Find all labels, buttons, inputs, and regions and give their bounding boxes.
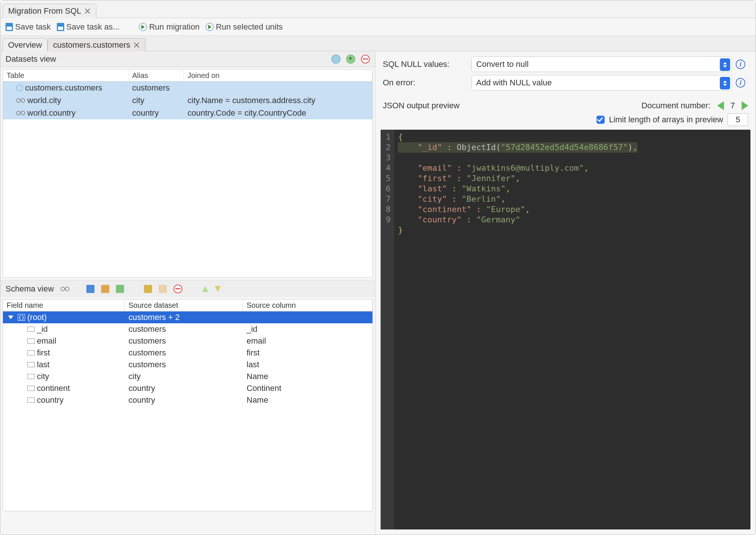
join-icon [16,111,25,115]
save-as-icon [57,23,64,31]
dataset-row[interactable]: world.country country country.Code = cit… [3,107,372,119]
inner-tab-strip: Overview customers.customers [0,36,756,51]
save-task-as-label: Save task as... [66,22,120,32]
field-icon [27,398,35,403]
duplicate-icon[interactable] [159,285,167,293]
move-down-icon[interactable] [215,286,221,292]
limit-checkbox[interactable] [597,116,605,124]
main-split: Datasets view Table Alias Joined on cust… [0,51,756,535]
run-selected-label: Run selected units [216,22,283,32]
field-icon [27,362,35,367]
col-alias[interactable]: Alias [128,70,184,81]
schema-row[interactable]: continent country Continent [3,382,372,394]
sql-null-select[interactable]: Convert to null [471,57,732,72]
play-icon [139,23,147,31]
datasets-header: Datasets view [0,51,375,67]
expand-icon[interactable] [8,316,13,319]
schema-row[interactable]: email customers email [3,335,372,347]
edit-icon[interactable] [144,285,152,293]
close-icon[interactable] [84,8,91,14]
json-preview-label: JSON output preview [383,101,460,110]
select-arrows-icon [720,77,730,89]
add-join-icon[interactable] [346,55,355,64]
schema-row-root[interactable]: {}(root) customers + 2 [3,311,372,323]
options-form: SQL NULL values: Convert to null i On er… [375,51,756,94]
on-error-label: On error: [383,78,468,88]
save-task-button[interactable]: Save task [6,22,51,32]
right-pane: SQL NULL values: Convert to null i On er… [375,51,756,535]
json-preview[interactable]: 123456789 { "_id" : ObjectId("57d28452ed… [381,130,750,529]
save-icon [6,23,13,31]
close-icon[interactable] [133,42,140,48]
schema-table-header: Field name Source dataset Source column [3,300,372,311]
schema-header: Schema view [0,280,375,297]
run-migration-label: Run migration [149,22,200,32]
select-arrows-icon [720,58,730,71]
on-error-select[interactable]: Add with NULL value [471,75,732,91]
editor-tab-migration[interactable]: Migration From SQL [3,4,96,18]
info-icon[interactable]: i [736,78,745,88]
add-dataset-icon[interactable] [331,55,340,64]
sql-null-label: SQL NULL values: [383,59,468,69]
col-table[interactable]: Table [3,70,128,81]
schema-row[interactable]: last customers last [3,359,372,371]
schema-row[interactable]: country country Name [3,394,372,406]
move-up-icon[interactable] [202,286,208,292]
next-doc-button[interactable] [742,101,748,110]
play-icon [206,23,214,31]
relationship-icon[interactable] [61,287,69,291]
datasets-title: Datasets view [6,54,56,64]
datasets-table-header: Table Alias Joined on [3,70,372,82]
dataset-row[interactable]: customers.customers customers [3,82,372,94]
col-source-dataset[interactable]: Source dataset [125,300,243,311]
field-icon [27,386,35,391]
delete-field-icon[interactable] [173,284,182,293]
doc-number-value: 7 [731,101,735,110]
tab-overview[interactable]: Overview [3,38,48,51]
left-pane: Datasets view Table Alias Joined on cust… [0,51,375,535]
col-source-column[interactable]: Source column [243,300,372,311]
save-task-label: Save task [15,22,51,32]
limit-input[interactable]: 5 [728,113,748,126]
limit-label: Limit length of arrays in preview [609,115,723,125]
col-field-name[interactable]: Field name [3,300,125,311]
remove-dataset-icon[interactable] [361,55,370,64]
run-migration-button[interactable]: Run migration [139,22,200,32]
line-gutter: 123456789 [381,130,394,529]
add-field-icon[interactable] [116,285,124,293]
sql-null-value: Convert to null [476,59,529,69]
doc-number-label: Document number: [642,101,711,110]
toolbar: Save task Save task as... Run migration … [0,18,756,36]
editor-tab-label: Migration From SQL [8,6,81,16]
editor-tab-strip: Migration From SQL [0,0,756,18]
prev-doc-button[interactable] [717,101,724,110]
limit-row: Limit length of arrays in preview 5 [375,113,756,130]
schema-row[interactable]: _id customers _id [3,323,372,335]
add-array-icon[interactable] [101,285,109,293]
schema-row[interactable]: first customers first [3,347,372,359]
on-error-value: Add with NULL value [476,78,552,88]
tab-overview-label: Overview [8,40,42,50]
json-code: { "_id" : ObjectId("57d28452ed5d4d54e868… [394,130,641,529]
save-task-as-button[interactable]: Save task as... [57,22,120,32]
add-object-icon[interactable] [86,285,94,293]
app-window: Migration From SQL Save task Save task a… [0,0,756,535]
object-icon: {} [18,314,25,321]
tab-customers-label: customers.customers [53,40,130,50]
doc-nav: Document number: 7 [642,101,748,110]
field-icon [27,350,35,355]
info-icon[interactable]: i [736,59,745,69]
schema-row[interactable]: city city Name [3,371,372,382]
join-icon [16,99,25,102]
field-icon [27,374,35,379]
preview-header: JSON output preview Document number: 7 [375,94,756,113]
tab-customers[interactable]: customers.customers [48,38,145,51]
schema-title: Schema view [6,284,54,294]
col-joined-on[interactable]: Joined on [184,70,372,81]
dataset-icon [16,85,23,91]
run-selected-button[interactable]: Run selected units [206,22,283,32]
datasets-table: Table Alias Joined on customers.customer… [3,69,373,278]
dataset-row[interactable]: world.city city city.Name = customers.ad… [3,94,372,107]
field-icon [27,327,35,332]
schema-table: Field name Source dataset Source column … [3,299,373,511]
